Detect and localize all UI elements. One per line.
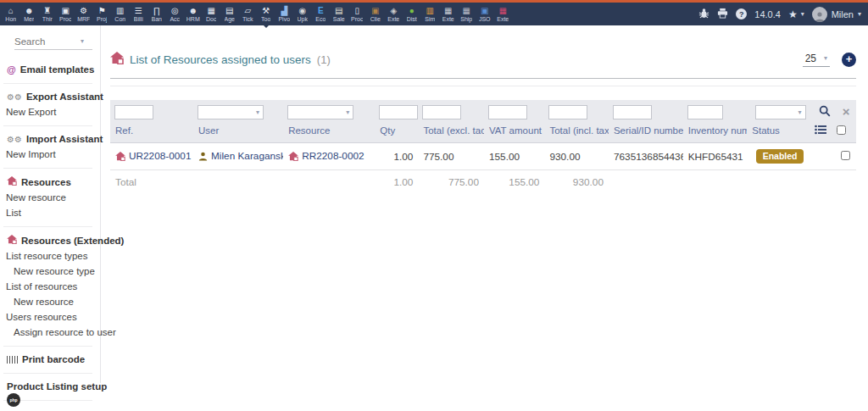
module-proc-icon: ▯ xyxy=(354,6,359,15)
sidebar-search-input[interactable] xyxy=(14,36,81,47)
sidebar-section-resources-extended[interactable]: Resources (Extended) xyxy=(0,232,100,248)
at-sign-icon: @ xyxy=(7,64,16,75)
chevron-down-icon: ▾ xyxy=(798,109,802,116)
col-resource[interactable]: Resource xyxy=(283,123,375,143)
php-debugbar-toggle[interactable]: php xyxy=(7,393,20,407)
filter-total-excl-input[interactable] xyxy=(422,105,461,119)
page-title: List of Resources assigned to users xyxy=(130,53,311,66)
help-icon[interactable]: ? xyxy=(736,8,747,19)
bookmarks-menu[interactable]: ★▾ xyxy=(788,8,804,20)
col-inventory[interactable]: Inventory num... xyxy=(683,123,748,143)
topmenu-mrp[interactable]: ⚙MRF xyxy=(75,3,93,25)
topmenu-tools[interactable]: ⚒Too xyxy=(257,3,275,25)
sidebar-item-list[interactable]: List xyxy=(0,205,100,220)
divider xyxy=(3,83,92,84)
sidebar-item-users-resources[interactable]: Users resources xyxy=(0,309,100,325)
sidebar-item-new-resource-type[interactable]: New resource type xyxy=(0,264,100,279)
module-upk-icon: ◉ xyxy=(298,6,306,15)
sidebar-item-assign-resource-to-user[interactable]: Assign resource to user xyxy=(0,325,100,340)
topmenu-commercial[interactable]: ▥Con xyxy=(111,3,130,25)
topmenu-ticket[interactable]: ▱Tick xyxy=(239,3,258,25)
topmenu-exte-2[interactable]: ▦Exte xyxy=(439,3,458,25)
select-all-checkbox[interactable] xyxy=(837,125,846,135)
sidebar-search-box: ▾ xyxy=(14,36,92,50)
col-total-incl[interactable]: Total (incl. tax) xyxy=(544,123,609,143)
col-total-excl[interactable]: Total (excl. tac) xyxy=(418,123,484,143)
sidebar-section-print-barcode[interactable]: Print barcode xyxy=(0,352,100,367)
topmenu-json[interactable]: ▣JSO xyxy=(476,3,494,25)
topmenu-members[interactable]: ☻Mer xyxy=(20,3,39,25)
filter-qty-input[interactable] xyxy=(379,105,418,119)
col-status[interactable]: Status xyxy=(747,123,813,143)
sidebar-section-export-assistant[interactable]: ⚙⚙ Export Assistant xyxy=(0,89,100,104)
ref-link[interactable]: UR2208-0001 xyxy=(129,150,191,162)
topmenu-sim[interactable]: ▥Sim xyxy=(421,3,440,25)
table-filter-row: ▾ ▾ ▾ × xyxy=(110,100,856,123)
topmenu-pivot[interactable]: ▟Pivo xyxy=(275,3,294,25)
sidebar-item-list-resource-types[interactable]: List resource types xyxy=(0,248,100,264)
module-exte2-icon: ▦ xyxy=(444,6,452,15)
print-icon[interactable] xyxy=(717,8,728,20)
col-user[interactable]: User xyxy=(193,123,283,143)
shipping-icon: ▦ xyxy=(463,6,470,15)
topmenu-shipping[interactable]: ▦Ship xyxy=(458,3,476,25)
filter-status-select[interactable]: ▾ xyxy=(755,105,806,119)
sidebar-item-new-export[interactable]: New Export xyxy=(0,104,100,119)
col-serial[interactable]: Serial/ID number xyxy=(609,123,683,143)
col-qty[interactable]: Qty xyxy=(375,123,418,143)
topmenu-dist[interactable]: ●Dist xyxy=(403,3,421,25)
filter-inventory-input[interactable] xyxy=(687,105,723,119)
col-ref[interactable]: Ref. xyxy=(110,123,193,143)
page-size-select[interactable]: 25 ▾ xyxy=(803,53,830,67)
sidebar-item-new-resource[interactable]: New resource xyxy=(0,190,100,205)
topmenu-documents[interactable]: ▦Doc xyxy=(203,3,221,25)
topmenu-upk[interactable]: ◉Upk xyxy=(293,3,312,25)
sidebar-section-import-assistant[interactable]: ⚙⚙ Import Assistant xyxy=(0,131,100,147)
sidebar-item-list-of-resources[interactable]: List of resources xyxy=(0,279,100,294)
topmenu-projects[interactable]: ⚑Proj xyxy=(93,3,112,25)
bookmark-star-icon: ★ xyxy=(788,8,798,20)
filter-serial-input[interactable] xyxy=(613,105,652,119)
topmenu-accountancy[interactable]: ◎Acc xyxy=(166,3,185,25)
topmenu-exte-1[interactable]: ◈Exte xyxy=(385,3,403,25)
topmenu-bank[interactable]: ∏Ban xyxy=(147,3,166,25)
sidebar-section-resources[interactable]: Resources xyxy=(0,174,100,190)
sidebar-section-product-listing-setup[interactable]: Product Listing setup xyxy=(0,379,100,394)
members-icon: ☻ xyxy=(25,6,34,15)
topmenu-billing[interactable]: ☰Billi xyxy=(130,3,148,25)
sidebar-item-new-import[interactable]: New Import xyxy=(0,147,100,162)
topmenu-agenda[interactable]: ▤Age xyxy=(220,3,239,25)
topmenu-third-parties[interactable]: ♜Thir xyxy=(38,3,57,25)
topmenu-exte-3[interactable]: ▦Exte xyxy=(494,3,513,25)
row-checkbox[interactable] xyxy=(841,151,850,160)
sidebar-section-email-templates[interactable]: @ Email templates xyxy=(0,62,100,77)
topmenu-sales[interactable]: ▤Sale xyxy=(330,3,348,25)
col-vat[interactable]: VAT amount xyxy=(484,123,544,143)
filter-ref-input[interactable] xyxy=(114,105,153,119)
topmenu-clie[interactable]: ▣Clie xyxy=(366,3,385,25)
select-fields-icon[interactable] xyxy=(813,123,836,143)
add-record-button[interactable]: + xyxy=(842,53,856,67)
user-menu[interactable]: Milen ▾ xyxy=(812,7,861,22)
clear-filters-icon[interactable]: × xyxy=(843,104,850,119)
topmenu-home[interactable]: ⌂Hon xyxy=(2,3,20,25)
apply-filter-button[interactable] xyxy=(813,100,836,123)
topmenu-proc[interactable]: ▯Proc xyxy=(348,3,367,25)
hrm-icon: ☻ xyxy=(188,6,198,15)
sidebar-item-new-resource-ext[interactable]: New resource xyxy=(0,294,100,309)
topmenu-ecommerce[interactable]: EEco xyxy=(312,3,331,25)
user-link[interactable]: Milen Karaganski xyxy=(211,150,283,162)
filter-user-select[interactable]: ▾ xyxy=(198,105,264,119)
filter-total-incl-input[interactable] xyxy=(548,105,587,119)
top-menu-items: ⌂Hon ☻Mer ♜Thir ▣Proc ⚙MRF ⚑Proj ▥Con ☰B… xyxy=(2,3,512,25)
topmenu-hrm[interactable]: ☻HRM xyxy=(184,3,203,25)
divider xyxy=(3,373,92,374)
gears-icon: ⚙⚙ xyxy=(7,135,22,144)
topmenu-products[interactable]: ▣Proc xyxy=(57,3,75,25)
table-total-row: Total 1.00 775.00 155.00 930.00 xyxy=(110,170,856,194)
resource-link[interactable]: RR2208-0002 xyxy=(302,150,364,162)
debug-bug-icon[interactable] xyxy=(698,8,709,20)
agenda-icon: ▤ xyxy=(225,6,233,15)
filter-vat-input[interactable] xyxy=(488,105,527,119)
filter-resource-select[interactable]: ▾ xyxy=(287,105,353,119)
